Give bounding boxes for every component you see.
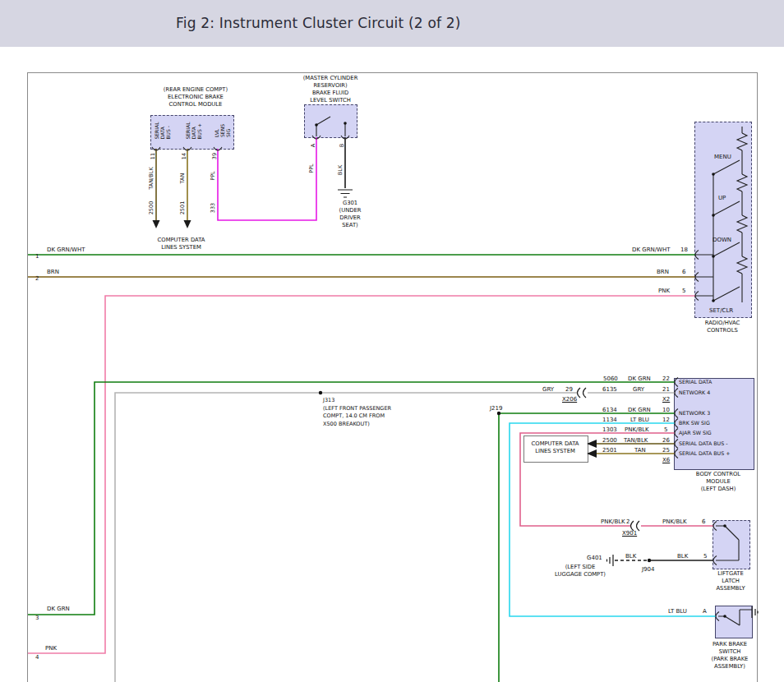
wire-number-label: 1 bbox=[35, 253, 39, 260]
wire-color-label: BLK bbox=[337, 165, 344, 175]
pin-number-label: B bbox=[339, 144, 345, 147]
pin-number-label: 14 bbox=[181, 153, 187, 159]
bfls-title: (MASTER CYLINDER RESERVOIR) BRAKE FLUID … bbox=[298, 75, 362, 104]
wire-number-label: 3 bbox=[35, 615, 39, 621]
wire-color-label: GRY bbox=[633, 386, 644, 393]
connector-id-label: X2 bbox=[662, 396, 670, 403]
pin-number-label: 5 bbox=[664, 426, 667, 433]
pin-number-label: A bbox=[703, 608, 707, 615]
pin-number-label: 5 bbox=[682, 288, 685, 294]
wire-color-label: TAN bbox=[634, 447, 646, 454]
pin-number-label: 5 bbox=[703, 553, 707, 560]
wire-number-label: 2 bbox=[35, 275, 39, 282]
connector-id-label: X6 bbox=[662, 457, 670, 463]
circuit-number-label: 6135 bbox=[602, 386, 617, 393]
pin-number-label: 2 bbox=[626, 518, 630, 525]
bcm-signal-label: SERIAL DATA bbox=[679, 379, 712, 385]
bcm-signal-label: SERIAL DATA BUS - bbox=[679, 440, 727, 447]
ebcm-signal-label: SERIALDATABUS + bbox=[185, 122, 202, 140]
wire-color-label: PPL bbox=[210, 171, 216, 180]
ground-g401-label: G401 bbox=[587, 555, 602, 561]
wire-color-label: DK GRN bbox=[47, 606, 70, 612]
bcm-signal-label: SERIAL DATA BUS + bbox=[679, 450, 730, 457]
wire-color-label: PNK/BLK bbox=[601, 518, 625, 525]
radio-button-label: DOWN bbox=[713, 237, 731, 243]
wire-color-label: TAN bbox=[179, 173, 186, 184]
wire-color-label: LT BLU bbox=[630, 417, 649, 423]
connector-id-label: X206 bbox=[562, 396, 577, 403]
pin-number-label: A bbox=[310, 144, 316, 147]
park-brake-label: PARK BRAKE SWITCH (PARK BRAKE ASSEMBLY) bbox=[705, 641, 754, 670]
wiring-diagram-page: Fig 2: Instrument Cluster Circuit (2 of … bbox=[0, 0, 784, 682]
pin-number-label: 26 bbox=[662, 437, 670, 444]
ground-g401-location: (LEFT SIDE LUGGAGE COMPT) bbox=[541, 564, 620, 578]
wire-color-label: PNK/BLK bbox=[625, 426, 649, 433]
wire-color-label: BRN bbox=[47, 269, 59, 275]
pin-number-label: 21 bbox=[662, 386, 670, 393]
wire-color-label: GRY bbox=[542, 386, 554, 393]
wire-color-label: PNK/BLK bbox=[662, 518, 687, 525]
radio-hvac-controls-box bbox=[694, 122, 752, 318]
pin-number-label: 18 bbox=[680, 247, 688, 253]
circuit-number-label: 6134 bbox=[602, 407, 617, 413]
pin-number-label: 12 bbox=[662, 417, 670, 423]
circuit-number-label: 2500 bbox=[148, 201, 154, 215]
wire-color-label: PNK bbox=[45, 645, 57, 652]
splice-j313-label: J313 (LEFT FRONT PASSENGER COMPT, 14.0 C… bbox=[323, 397, 391, 428]
wire-color-label: BRN bbox=[657, 269, 669, 275]
wire-color-label: PNK bbox=[658, 288, 670, 294]
circuit-number-label: 5060 bbox=[603, 376, 618, 382]
radio-button-label: SET/CLR bbox=[709, 307, 733, 314]
wire-color-label: LT BLU bbox=[668, 608, 687, 615]
wire-color-label: TAN/BLK bbox=[148, 167, 154, 189]
splice-j904-label: J904 bbox=[642, 566, 654, 573]
bcm-signal-label: NETWORK 4 bbox=[679, 389, 710, 396]
wire-color-label: DK GRN bbox=[628, 376, 651, 382]
ebcm-signal-label: SERIALDATABUS - bbox=[154, 122, 171, 140]
wire-number-label: 4 bbox=[35, 654, 39, 661]
pin-number-label: 39 bbox=[211, 153, 218, 159]
pin-number-label: 10 bbox=[662, 407, 670, 413]
circuit-number-label: 2501 bbox=[602, 447, 617, 454]
splice-j219-label: J219 bbox=[490, 405, 502, 412]
wire-color-label: PPL bbox=[308, 164, 315, 173]
circuit-number-label: 333 bbox=[210, 203, 216, 213]
connector-id-label: X901 bbox=[622, 530, 637, 537]
park-brake-switch-box bbox=[715, 606, 753, 638]
bcm-signal-label: AJAR SW SIG bbox=[679, 430, 712, 436]
ebcm-title: (REAR ENGINE COMPT) ELECTRONIC BRAKE CON… bbox=[144, 86, 247, 108]
figure-title: Fig 2: Instrument Cluster Circuit (2 of … bbox=[176, 15, 461, 31]
circuit-number-label: 1303 bbox=[602, 426, 617, 433]
computer-data-lines-note: COMPUTER DATA LINES SYSTEM bbox=[146, 237, 216, 251]
brake-fluid-switch-box bbox=[304, 104, 357, 138]
wire-color-label: BLK bbox=[677, 553, 688, 560]
liftgate-label: LIFTGATE LATCH ASSEMBLY bbox=[710, 570, 751, 592]
radio-hvac-label: RADIO/HVAC CONTROLS bbox=[693, 320, 752, 334]
radio-button-label: MENU bbox=[714, 154, 731, 160]
pin-number-label: 29 bbox=[565, 386, 573, 393]
ground-g301-label: G301 (UNDER DRIVER SEAT) bbox=[330, 200, 370, 229]
pin-number-label: 6 bbox=[682, 269, 685, 275]
bcm-label: BODY CONTROL MODULE (LEFT DASH) bbox=[684, 471, 753, 493]
pin-number-label: 22 bbox=[662, 376, 670, 382]
pin-number-label: 25 bbox=[662, 447, 670, 454]
wire-color-label: BLK bbox=[625, 553, 636, 560]
ebcm-signal-label: LVLSENSSIG bbox=[214, 124, 231, 137]
circuit-number-label: 2500 bbox=[602, 437, 617, 444]
pin-number-label: 6 bbox=[702, 518, 705, 525]
figure-title-bar: Fig 2: Instrument Cluster Circuit (2 of … bbox=[0, 0, 784, 47]
wire-color-label: TAN/BLK bbox=[624, 437, 648, 444]
wire-color-label: DK GRN/WHT bbox=[47, 247, 85, 253]
wire-color-label: DK GRN/WHT bbox=[632, 247, 671, 253]
pin-number-label: 11 bbox=[150, 153, 156, 159]
liftgate-latch-box bbox=[713, 520, 750, 569]
circuit-number-label: 1134 bbox=[602, 417, 617, 423]
radio-button-label: UP bbox=[718, 195, 726, 201]
bcm-signal-label: NETWORK 3 bbox=[679, 410, 710, 417]
computer-data-lines-label: COMPUTER DATA LINES SYSTEM bbox=[523, 440, 587, 455]
circuit-number-label: 2501 bbox=[179, 201, 186, 215]
bcm-signal-label: BRK SW SIG bbox=[679, 420, 710, 426]
wire-color-label: DK GRN bbox=[628, 407, 651, 413]
